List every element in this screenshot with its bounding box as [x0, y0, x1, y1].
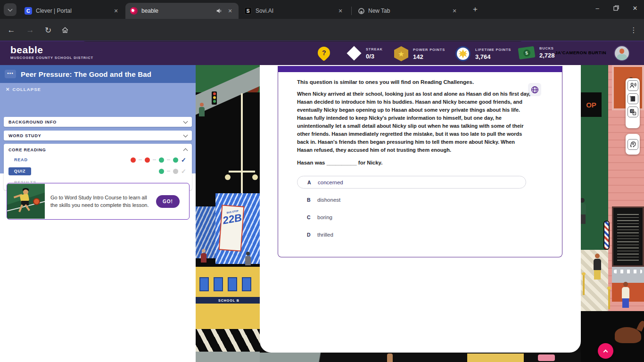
close-tab-icon[interactable]: ✕ — [337, 7, 344, 15]
bus-stop-sign: BUS STOP 22B — [220, 206, 243, 251]
lifetime-points-stat: LIFETIME POINTS 3,764 — [455, 46, 511, 61]
option-letter: A — [307, 180, 318, 185]
forward-button[interactable]: → — [25, 25, 36, 36]
core-reading-header[interactable]: CORE READING — [4, 144, 192, 152]
question-body: This question is similar to ones you wil… — [278, 72, 562, 246]
answer-option-c[interactable]: C boring — [297, 211, 526, 223]
home-button[interactable] — [59, 25, 71, 36]
option-text: thrilled — [317, 232, 333, 238]
option-letter: C — [307, 214, 317, 220]
question-mark-glyph: ? — [322, 49, 326, 57]
menu-dots-icon[interactable]: ••• — [5, 70, 16, 78]
reload-button[interactable]: ↻ — [42, 25, 54, 36]
city-illustration-bottom — [260, 353, 581, 362]
progress-dot — [159, 157, 164, 163]
close-window-button[interactable]: ✕ — [629, 2, 641, 14]
new-tab-button[interactable]: + — [470, 4, 481, 16]
option-letter: B — [307, 197, 317, 203]
answer-option-a[interactable]: A concerned — [297, 176, 526, 189]
tab-new-tab[interactable]: New Tab ✕ — [354, 3, 463, 19]
progress-dot — [173, 169, 178, 174]
close-tab-icon[interactable]: ✕ — [112, 7, 120, 15]
option-letter: D — [307, 232, 317, 238]
quiz-button[interactable]: QUIZ — [8, 167, 31, 175]
cafe-menu-board — [612, 206, 644, 267]
accordion-label: WORD STUDY — [8, 133, 41, 138]
accordion-background-info[interactable]: BACKGROUND INFO — [4, 117, 192, 127]
read-aloud-button[interactable] — [627, 80, 638, 91]
answer-option-b[interactable]: B dishonest — [297, 193, 526, 206]
option-text: dishonest — [317, 197, 340, 203]
shop-sign-text: OP — [586, 101, 596, 109]
tab-sovi-ai[interactable]: S Sovi.AI ✕ — [239, 3, 349, 19]
lesson-title-bar: ••• Peer Pressure: The Good and the Bad — [0, 65, 196, 83]
avatar-shoulders — [617, 54, 627, 61]
sovi-favicon: S — [244, 7, 252, 15]
avatar[interactable] — [614, 45, 630, 61]
lifetime-points-sun-icon — [455, 46, 471, 61]
tab-audio-icon[interactable] — [216, 8, 223, 14]
chevron-down-icon — [183, 119, 188, 123]
collapse-label: COLLAPSE — [12, 87, 41, 92]
stat-label: BUCKS — [539, 46, 555, 50]
bucks-stat: $ BUCKS 2,728 — [519, 46, 555, 59]
progress-dot — [159, 169, 164, 174]
avatar-head — [619, 49, 624, 54]
city-illustration-left: BUS STOP 22B SCHOOL B — [196, 65, 260, 362]
lesson-title: Peer Pressure: The Good and the Bad — [21, 70, 151, 78]
tab-title: Clever | Portal — [36, 8, 108, 14]
stat-value: 0/3 — [366, 53, 383, 60]
tab-separator — [351, 7, 352, 15]
restore-button[interactable] — [610, 2, 622, 14]
comprehension-head-button[interactable] — [627, 139, 638, 150]
streak-stat: STREAK 0/3 — [347, 46, 383, 60]
answer-option-d[interactable]: D thrilled — [297, 228, 526, 241]
tab-search-button[interactable] — [4, 3, 17, 16]
beable-logo[interactable]: beable — [10, 44, 43, 56]
close-tab-icon[interactable]: ✕ — [226, 7, 234, 15]
soccer-illustration — [7, 184, 45, 219]
read-link[interactable]: READ — [14, 157, 28, 162]
dictionary-book-button[interactable] — [627, 93, 638, 104]
check-icon: ✓ — [181, 156, 186, 164]
streak-diamond-icon — [347, 46, 361, 60]
dollar-glyph: $ — [523, 49, 531, 57]
tab-title: New Tab — [368, 8, 447, 14]
accordion-label: CORE READING — [8, 148, 46, 152]
browser-tab-strip: C Clever | Portal ✕ beable ✕ S Sovi.AI ✕… — [0, 0, 644, 19]
go-button[interactable]: GO! — [156, 195, 180, 208]
progress-dot — [145, 157, 150, 163]
district-label: MUSCOGEE COUNTY SCHOOL DISTRICT — [10, 56, 93, 60]
screen: C Clever | Portal ✕ beable ✕ S Sovi.AI ✕… — [0, 0, 644, 362]
browser-menu-icon[interactable]: ⋮ — [628, 25, 639, 36]
lesson-sidebar: ••• Peer Pressure: The Good and the Bad … — [0, 65, 196, 362]
star-glyph: ★ — [398, 49, 405, 58]
user-name: JA'CAMERON BURTIN — [555, 50, 606, 55]
scroll-to-top-button[interactable] — [598, 343, 613, 359]
question-passage: When Nicky arrived at their school, look… — [297, 90, 531, 154]
progress-dot — [131, 157, 136, 163]
svg-text:G: G — [631, 109, 634, 113]
tab-title: beable — [141, 8, 216, 14]
check-icon: ✓ — [181, 168, 186, 175]
tab-clever-portal[interactable]: C Clever | Portal ✕ — [20, 3, 124, 19]
stat-value: 2,728 — [539, 52, 555, 59]
quiz-row: QUIZ ✓ — [4, 165, 192, 177]
power-points-badge-icon: ★ — [394, 46, 408, 61]
chevron-down-icon — [183, 132, 188, 137]
back-button[interactable]: ← — [6, 25, 17, 36]
tab-beable[interactable]: beable ✕ — [125, 3, 239, 19]
translate-button[interactable]: G — [627, 107, 638, 117]
bus-sign-number: 22B — [222, 212, 242, 227]
tab-title: Sovi.AI — [256, 8, 333, 14]
option-text: boring — [317, 214, 332, 220]
question-card: This question is similar to ones you wil… — [278, 66, 562, 257]
close-tab-icon[interactable]: ✕ — [451, 7, 458, 15]
stat-value: 3,764 — [475, 53, 511, 60]
browser-toolbar: ← → ↻ muscogee.login.beable.com/lesson/e… — [0, 19, 644, 41]
progress-dot — [173, 157, 178, 163]
minimize-button[interactable]: – — [591, 2, 603, 14]
collapse-button[interactable]: ✕ COLLAPSE — [6, 87, 41, 92]
bus-label: SCHOOL B — [218, 299, 239, 302]
accordion-word-study[interactable]: WORD STUDY — [4, 131, 192, 140]
